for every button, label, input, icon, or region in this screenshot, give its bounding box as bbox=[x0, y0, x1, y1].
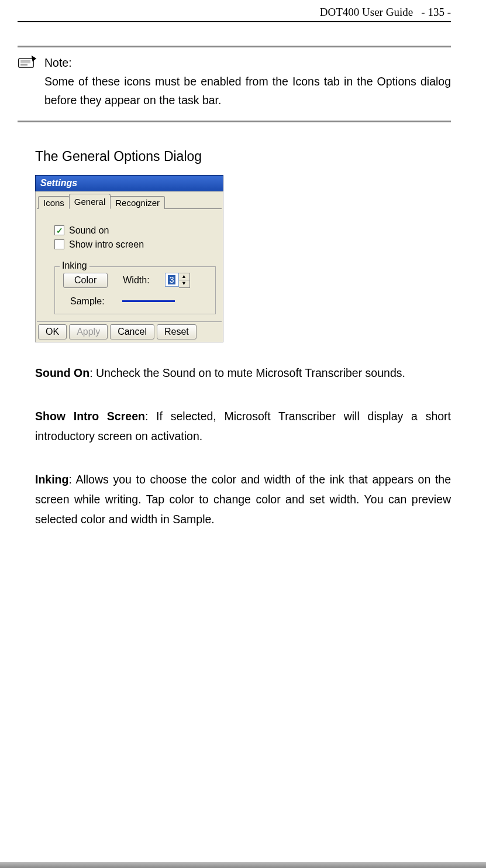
note-label: Note: bbox=[44, 53, 451, 72]
dialog-title: Settings bbox=[35, 175, 223, 191]
apply-button[interactable]: Apply bbox=[69, 324, 108, 339]
inking-legend: Inking bbox=[60, 260, 89, 271]
show-intro-label: Show intro screen bbox=[69, 239, 144, 250]
tab-recognizer[interactable]: Recognizer bbox=[110, 196, 165, 209]
note-block: Note: Some of these icons must be enable… bbox=[18, 46, 451, 122]
sound-on-checkbox[interactable]: ✓ bbox=[54, 225, 64, 235]
settings-dialog: Settings Icons General Recognizer ✓ Soun… bbox=[35, 175, 223, 342]
width-label: Width: bbox=[123, 275, 149, 286]
header-rule bbox=[18, 21, 451, 22]
width-input[interactable]: 3 bbox=[165, 273, 179, 287]
tab-icons[interactable]: Icons bbox=[38, 196, 70, 209]
desc-inking-body: : Allows you to choose the color and wid… bbox=[35, 473, 451, 526]
sound-on-label: Sound on bbox=[69, 225, 109, 236]
page-number: - 135 - bbox=[421, 6, 451, 18]
width-up[interactable]: ▲ bbox=[179, 273, 189, 280]
sample-label: Sample: bbox=[70, 296, 105, 307]
section-heading: The General Options Dialog bbox=[35, 149, 451, 164]
show-intro-checkbox[interactable] bbox=[54, 239, 64, 249]
desc-show-intro: Show Intro Screen: If selected, Microsof… bbox=[35, 406, 451, 446]
tab-general[interactable]: General bbox=[69, 194, 111, 209]
color-button[interactable]: Color bbox=[63, 273, 108, 288]
ok-button[interactable]: OK bbox=[38, 324, 67, 339]
desc-show-intro-term: Show Intro Screen bbox=[35, 410, 145, 423]
desc-inking: Inking: Allows you to choose the color a… bbox=[35, 469, 451, 529]
guide-title: DOT400 User Guide bbox=[320, 6, 413, 18]
sample-preview bbox=[122, 300, 175, 302]
page-header: DOT400 User Guide - 135 - bbox=[18, 6, 451, 19]
desc-inking-term: Inking bbox=[35, 473, 68, 486]
width-down[interactable]: ▼ bbox=[179, 280, 189, 287]
reset-button[interactable]: Reset bbox=[157, 324, 197, 339]
desc-sound-on: Sound On: Uncheck the Sound on to mute M… bbox=[35, 363, 451, 383]
note-icon bbox=[18, 53, 37, 110]
desc-sound-on-body: : Uncheck the Sound on to mute Microsoft… bbox=[89, 366, 405, 379]
desc-sound-on-term: Sound On bbox=[35, 366, 89, 379]
inking-group: Inking Color Width: 3 ▲ ▼ Sam bbox=[54, 266, 216, 314]
footer-bar bbox=[0, 862, 486, 868]
note-body: Some of these icons must be enabled from… bbox=[44, 72, 451, 109]
cancel-button[interactable]: Cancel bbox=[110, 324, 154, 339]
